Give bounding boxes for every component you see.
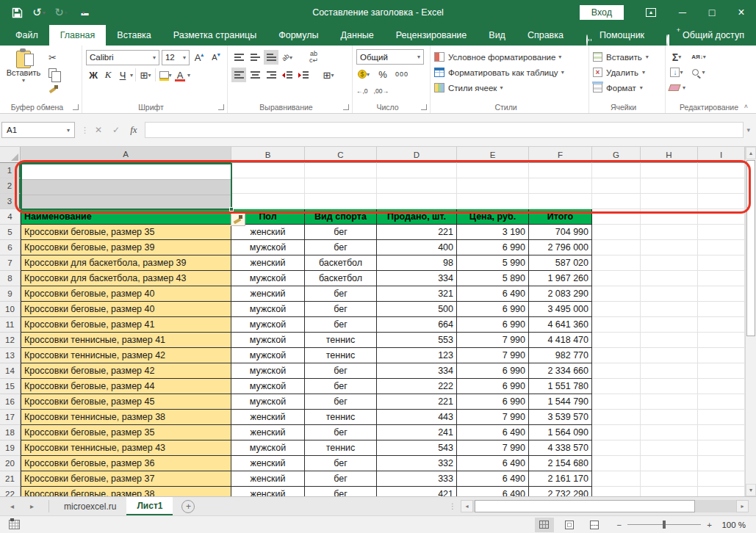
cell-sport[interactable]: бег: [305, 302, 377, 317]
row-header[interactable]: 10: [0, 302, 21, 317]
fill-handle[interactable]: [229, 207, 234, 211]
vertical-scrollbar[interactable]: ▴ ▾: [745, 147, 756, 496]
expand-formula-bar-icon[interactable]: ▾: [746, 126, 750, 134]
cell-sold[interactable]: 221: [377, 394, 457, 410]
cell[interactable]: [641, 271, 698, 286]
cell-price[interactable]: 7 990: [457, 348, 529, 363]
cell-price[interactable]: 6 990: [457, 240, 529, 255]
zoom-in-icon[interactable]: +: [707, 521, 712, 529]
cell-sport[interactable]: бег: [305, 471, 377, 487]
cell[interactable]: [592, 271, 641, 286]
column-header[interactable]: D: [377, 147, 457, 163]
cell-gender[interactable]: мужской: [231, 440, 305, 456]
cell[interactable]: [641, 225, 698, 240]
row-header[interactable]: 8: [0, 271, 21, 286]
cell-sold[interactable]: 553: [377, 333, 457, 348]
minimize-button[interactable]: ─: [668, 0, 697, 25]
row-header[interactable]: 4: [0, 209, 21, 225]
row-header[interactable]: 20: [0, 456, 21, 471]
cell-price[interactable]: 6 490: [457, 286, 529, 302]
cell-total[interactable]: 1 967 260: [529, 271, 592, 286]
row-header[interactable]: 14: [0, 363, 21, 379]
cell-gender[interactable]: мужской: [231, 379, 305, 394]
align-center-button[interactable]: [248, 68, 262, 82]
cell[interactable]: [698, 178, 745, 194]
decrease-decimal-button[interactable]: ,00→: [374, 88, 389, 95]
horizontal-scroll-track[interactable]: [473, 500, 736, 512]
cell-sport[interactable]: теннис: [305, 440, 377, 456]
cell-gender[interactable]: мужской: [231, 348, 305, 363]
redo-icon[interactable]: ↻▾: [51, 4, 71, 21]
cell-total[interactable]: 2 796 000: [529, 240, 592, 255]
cell[interactable]: [592, 240, 641, 255]
cell[interactable]: [305, 163, 377, 178]
cell-price[interactable]: 5 990: [457, 255, 529, 271]
cell-gender[interactable]: мужской: [231, 302, 305, 317]
sheet-nav-left-icon[interactable]: ◂: [10, 502, 14, 510]
cell-sold[interactable]: 400: [377, 240, 457, 255]
cell[interactable]: [377, 163, 457, 178]
orientation-button[interactable]: ab▾: [280, 50, 295, 65]
cell[interactable]: [641, 240, 698, 255]
percent-button[interactable]: %: [375, 67, 390, 81]
cell-name[interactable]: Кроссовки беговые, размер 35: [21, 225, 231, 240]
cell-sport[interactable]: баскетбол: [305, 271, 377, 286]
cell-sport[interactable]: теннис: [305, 348, 377, 363]
font-dialog-launcher-icon[interactable]: [218, 104, 224, 110]
cell-sport[interactable]: бег: [305, 363, 377, 379]
row-header[interactable]: 7: [0, 255, 21, 271]
horizontal-scroll-thumb[interactable]: [475, 500, 695, 512]
cell[interactable]: [641, 394, 698, 410]
selection-range-a1-a3[interactable]: [21, 163, 232, 210]
cell[interactable]: [698, 286, 745, 302]
cell-name[interactable]: Кроссовки беговые, размер 45: [21, 394, 231, 410]
cell[interactable]: [698, 487, 745, 496]
zoom-level[interactable]: 100 %: [718, 521, 746, 529]
cell-sold[interactable]: 664: [377, 317, 457, 333]
cell-name[interactable]: Кроссовки беговые, размер 39: [21, 240, 231, 255]
row-header[interactable]: 1: [0, 163, 21, 178]
cell-sold[interactable]: 123: [377, 348, 457, 363]
cell[interactable]: [698, 456, 745, 471]
grow-font-button[interactable]: А▴: [192, 50, 206, 65]
cell[interactable]: [641, 348, 698, 363]
conditional-formatting-button[interactable]: Условное форматирование▾: [434, 49, 585, 65]
cell-name[interactable]: Кроссовки беговые, размер 44: [21, 379, 231, 394]
clipboard-dialog-launcher-icon[interactable]: [73, 104, 79, 110]
horizontal-scrollbar[interactable]: ◂ ▸: [461, 497, 749, 515]
cell-sold[interactable]: 443: [377, 410, 457, 425]
accounting-format-button[interactable]: $▾: [356, 67, 371, 81]
normal-view-button[interactable]: [535, 518, 554, 532]
cell[interactable]: [641, 425, 698, 440]
cell[interactable]: [698, 363, 745, 379]
cell-name[interactable]: Кроссовки теннисные, размер 38: [21, 410, 231, 425]
cell-total[interactable]: 2 083 290: [529, 286, 592, 302]
cell[interactable]: [457, 178, 529, 194]
cell-sport[interactable]: бег: [305, 394, 377, 410]
ribbon-tab[interactable]: Главная: [49, 25, 107, 46]
table-header-cell[interactable]: Вид спорта: [305, 209, 377, 225]
cell-gender[interactable]: мужской: [231, 317, 305, 333]
select-all-corner[interactable]: [0, 147, 21, 163]
cell[interactable]: [592, 163, 641, 178]
table-header-cell[interactable]: Наименование: [21, 209, 231, 225]
cell[interactable]: [698, 317, 745, 333]
cell-name[interactable]: Кроссовки беговые, размер 42: [21, 363, 231, 379]
cell[interactable]: [641, 317, 698, 333]
cell[interactable]: [641, 410, 698, 425]
cell-name[interactable]: Кроссовки беговые, размер 40: [21, 286, 231, 302]
paste-button[interactable]: Вставить ▾: [4, 49, 43, 100]
cell[interactable]: [698, 410, 745, 425]
cell-total[interactable]: 704 990: [529, 225, 592, 240]
cell[interactable]: [377, 178, 457, 194]
cell-name[interactable]: Кроссовки теннисные, размер 41: [21, 333, 231, 348]
cell-total[interactable]: 2 161 170: [529, 471, 592, 487]
cell-gender[interactable]: женский: [231, 471, 305, 487]
cell-price[interactable]: 6 990: [457, 317, 529, 333]
cell-total[interactable]: 982 770: [529, 348, 592, 363]
column-header[interactable]: G: [592, 147, 641, 163]
collapse-ribbon-icon[interactable]: ˄: [744, 103, 748, 110]
cell-price[interactable]: 3 190: [457, 225, 529, 240]
cell-gender[interactable]: женский: [231, 286, 305, 302]
cell-name[interactable]: Кроссовки для баскетбола, размер 43: [21, 271, 231, 286]
